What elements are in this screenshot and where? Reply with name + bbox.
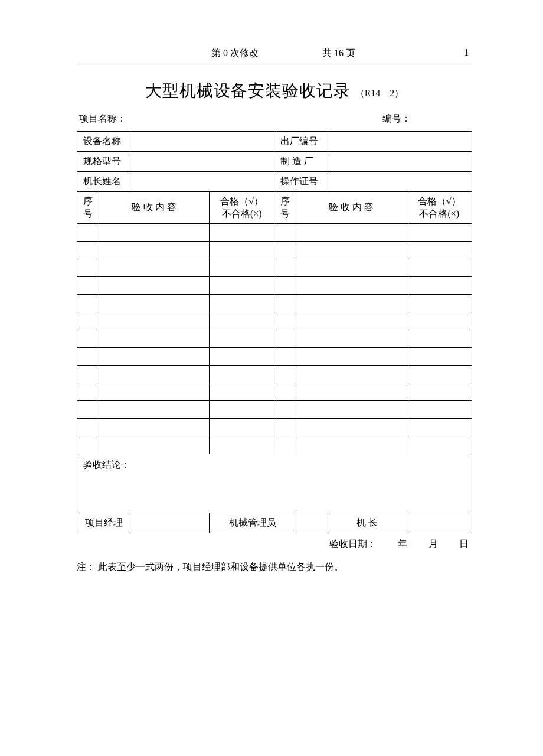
page-header: 第 0 次修改 共 16 页 1	[77, 47, 472, 63]
license-no-label: 操作证号	[274, 172, 328, 192]
data-row	[77, 224, 472, 242]
column-header-row: 序号 验 收 内 容 合格（√）不合格(×) 序号 验 收 内 容 合格（√）不…	[77, 192, 472, 224]
data-row	[77, 277, 472, 295]
col-seq-left: 序号	[77, 192, 99, 224]
note-row: 注： 此表至少一式两份，项目经理部和设备提供单位各执一份。	[77, 550, 472, 573]
data-row	[77, 366, 472, 383]
data-row	[77, 312, 472, 330]
col-content-right: 验 收 内 容	[296, 192, 407, 224]
code-label: 编号：	[382, 113, 470, 125]
captain-value	[407, 513, 472, 533]
title-code: （R14—2）	[353, 88, 404, 98]
operator-name-label: 机长姓名	[77, 172, 130, 192]
conclusion-cell: 验收结论：	[77, 454, 472, 513]
mech-admin-value	[296, 513, 328, 533]
pm-label: 项目经理	[77, 513, 130, 533]
data-row	[77, 419, 472, 436]
mech-admin-label: 机械管理员	[210, 513, 296, 533]
title-block: 大型机械设备安装验收记录 （R14—2）	[77, 80, 472, 102]
factory-no-value	[328, 132, 472, 152]
year-label: 年	[398, 538, 407, 550]
equip-name-label: 设备名称	[77, 132, 130, 152]
data-row	[77, 259, 472, 277]
data-row	[77, 401, 472, 419]
data-row	[77, 348, 472, 366]
note-text: 此表至少一式两份，项目经理部和设备提供单位各执一份。	[98, 562, 344, 572]
manufacturer-label: 制 造 厂	[274, 152, 328, 172]
note-label: 注：	[77, 562, 96, 572]
revision-label: 第 0 次修改	[77, 47, 322, 60]
info-row-1: 设备名称 出厂编号	[77, 132, 472, 152]
title-main: 大型机械设备安装验收记录	[145, 82, 351, 100]
page-number: 1	[464, 47, 472, 60]
total-pages-label: 共 16 页	[322, 47, 464, 60]
data-row	[77, 242, 472, 259]
equip-name-value	[130, 132, 274, 152]
month-label: 月	[428, 538, 438, 550]
col-seq-right: 序号	[274, 192, 296, 224]
date-label: 验收日期：	[329, 538, 377, 550]
data-row	[77, 330, 472, 348]
col-content-left: 验 收 内 容	[99, 192, 209, 224]
data-row	[77, 436, 472, 454]
data-row	[77, 295, 472, 312]
license-no-value	[328, 172, 472, 192]
meta-row: 项目名称： 编号：	[77, 113, 472, 131]
col-pass-left: 合格（√）不合格(×)	[210, 192, 274, 224]
acceptance-table: 设备名称 出厂编号 规格型号 制 造 厂 机长姓名 操作证号 序号 验 收 内 …	[77, 131, 472, 533]
data-row	[77, 383, 472, 401]
signature-row: 项目经理 机械管理员 机 长	[77, 513, 472, 533]
factory-no-label: 出厂编号	[274, 132, 328, 152]
captain-label: 机 长	[328, 513, 407, 533]
info-row-3: 机长姓名 操作证号	[77, 172, 472, 192]
operator-name-value	[130, 172, 274, 192]
spec-value	[130, 152, 274, 172]
conclusion-row: 验收结论：	[77, 454, 472, 513]
day-label: 日	[459, 538, 469, 550]
date-row: 验收日期： 年 月 日	[77, 533, 472, 550]
manufacturer-value	[328, 152, 472, 172]
project-name-label: 项目名称：	[79, 113, 126, 125]
info-row-2: 规格型号 制 造 厂	[77, 152, 472, 172]
spec-label: 规格型号	[77, 152, 130, 172]
col-pass-right: 合格（√）不合格(×)	[407, 192, 472, 224]
pm-value	[130, 513, 210, 533]
